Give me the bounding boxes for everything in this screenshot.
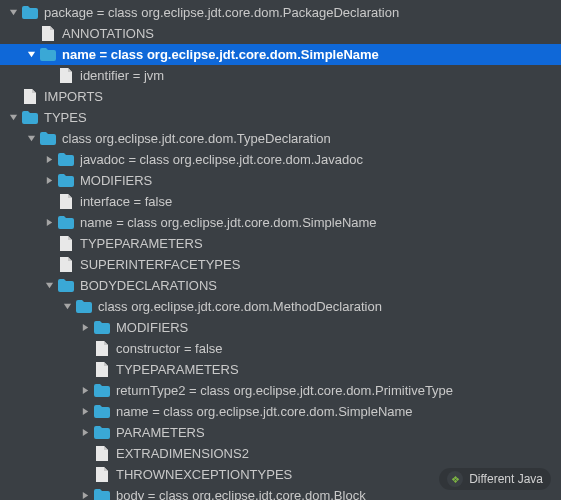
file-icon <box>22 89 38 105</box>
chevron-down-icon[interactable] <box>6 111 20 125</box>
watermark-text: Different Java <box>469 472 543 486</box>
folder-icon <box>58 152 74 168</box>
chevron-right-icon[interactable] <box>78 426 92 440</box>
folder-icon <box>22 5 38 21</box>
tree-row[interactable]: MODIFIERS <box>0 317 561 338</box>
tree-row[interactable]: name = class org.eclipse.jdt.core.dom.Si… <box>0 212 561 233</box>
tree-row[interactable]: returnType2 = class org.eclipse.jdt.core… <box>0 380 561 401</box>
tree-row[interactable]: class org.eclipse.jdt.core.dom.TypeDecla… <box>0 128 561 149</box>
wechat-icon: ❖ <box>447 471 463 487</box>
tree-row[interactable]: BODYDECLARATIONS <box>0 275 561 296</box>
file-icon <box>94 467 110 483</box>
tree-row[interactable]: constructor = false <box>0 338 561 359</box>
tree-row-label: name = class org.eclipse.jdt.core.dom.Si… <box>116 401 413 422</box>
ast-tree: package = class org.eclipse.jdt.core.dom… <box>0 0 561 500</box>
tree-row-label: THROWNEXCEPTIONTYPES <box>116 464 292 485</box>
tree-row[interactable]: javadoc = class org.eclipse.jdt.core.dom… <box>0 149 561 170</box>
chevron-right-icon[interactable] <box>78 489 92 501</box>
chevron-right-icon[interactable] <box>78 405 92 419</box>
tree-row-label: constructor = false <box>116 338 223 359</box>
tree-row[interactable]: TYPES <box>0 107 561 128</box>
tree-row[interactable]: ANNOTATIONS <box>0 23 561 44</box>
file-icon <box>40 26 56 42</box>
chevron-right-icon[interactable] <box>42 216 56 230</box>
file-icon <box>58 236 74 252</box>
folder-icon <box>22 110 38 126</box>
tree-row[interactable]: package = class org.eclipse.jdt.core.dom… <box>0 2 561 23</box>
file-icon <box>58 194 74 210</box>
tree-row-label: name = class org.eclipse.jdt.core.dom.Si… <box>80 212 377 233</box>
tree-row[interactable]: TYPEPARAMETERS <box>0 233 561 254</box>
tree-row-label: PARAMETERS <box>116 422 205 443</box>
tree-row[interactable]: TYPEPARAMETERS <box>0 359 561 380</box>
folder-icon <box>94 488 110 501</box>
tree-row[interactable]: interface = false <box>0 191 561 212</box>
folder-icon <box>94 404 110 420</box>
file-icon <box>58 68 74 84</box>
tree-row[interactable]: IMPORTS <box>0 86 561 107</box>
tree-row-label: package = class org.eclipse.jdt.core.dom… <box>44 2 399 23</box>
chevron-down-icon[interactable] <box>60 300 74 314</box>
folder-icon <box>94 425 110 441</box>
tree-row-label: returnType2 = class org.eclipse.jdt.core… <box>116 380 453 401</box>
tree-row-label: javadoc = class org.eclipse.jdt.core.dom… <box>80 149 363 170</box>
tree-row-label: TYPEPARAMETERS <box>116 359 239 380</box>
tree-row-label: interface = false <box>80 191 172 212</box>
tree-row-label: name = class org.eclipse.jdt.core.dom.Si… <box>62 44 379 65</box>
tree-row[interactable]: name = class org.eclipse.jdt.core.dom.Si… <box>0 44 561 65</box>
tree-row-label: MODIFIERS <box>116 317 188 338</box>
tree-row[interactable]: MODIFIERS <box>0 170 561 191</box>
folder-icon <box>58 215 74 231</box>
tree-row[interactable]: name = class org.eclipse.jdt.core.dom.Si… <box>0 401 561 422</box>
chevron-right-icon[interactable] <box>42 174 56 188</box>
folder-icon <box>40 131 56 147</box>
chevron-right-icon[interactable] <box>78 321 92 335</box>
file-icon <box>94 446 110 462</box>
tree-row-label: EXTRADIMENSIONS2 <box>116 443 249 464</box>
tree-row-label: ANNOTATIONS <box>62 23 154 44</box>
tree-row-label: TYPEPARAMETERS <box>80 233 203 254</box>
tree-row[interactable]: EXTRADIMENSIONS2 <box>0 443 561 464</box>
folder-icon <box>40 47 56 63</box>
tree-row[interactable]: identifier = jvm <box>0 65 561 86</box>
folder-icon <box>76 299 92 315</box>
tree-row[interactable]: PARAMETERS <box>0 422 561 443</box>
file-icon <box>94 341 110 357</box>
tree-row[interactable]: class org.eclipse.jdt.core.dom.MethodDec… <box>0 296 561 317</box>
chevron-right-icon[interactable] <box>42 153 56 167</box>
tree-row-label: SUPERINTERFACETYPES <box>80 254 240 275</box>
folder-icon <box>94 383 110 399</box>
chevron-down-icon[interactable] <box>6 6 20 20</box>
chevron-down-icon[interactable] <box>42 279 56 293</box>
tree-row[interactable]: SUPERINTERFACETYPES <box>0 254 561 275</box>
file-icon <box>58 257 74 273</box>
chevron-right-icon[interactable] <box>78 384 92 398</box>
folder-icon <box>94 320 110 336</box>
tree-row-label: class org.eclipse.jdt.core.dom.MethodDec… <box>98 296 382 317</box>
tree-row-label: class org.eclipse.jdt.core.dom.TypeDecla… <box>62 128 331 149</box>
watermark: ❖ Different Java <box>439 468 551 490</box>
tree-row-label: BODYDECLARATIONS <box>80 275 217 296</box>
tree-row-label: TYPES <box>44 107 87 128</box>
tree-row-label: IMPORTS <box>44 86 103 107</box>
tree-row-label: body = class org.eclipse.jdt.core.dom.Bl… <box>116 485 366 500</box>
folder-icon <box>58 278 74 294</box>
folder-icon <box>58 173 74 189</box>
file-icon <box>94 362 110 378</box>
chevron-down-icon[interactable] <box>24 48 38 62</box>
tree-row-label: MODIFIERS <box>80 170 152 191</box>
chevron-down-icon[interactable] <box>24 132 38 146</box>
tree-row-label: identifier = jvm <box>80 65 164 86</box>
